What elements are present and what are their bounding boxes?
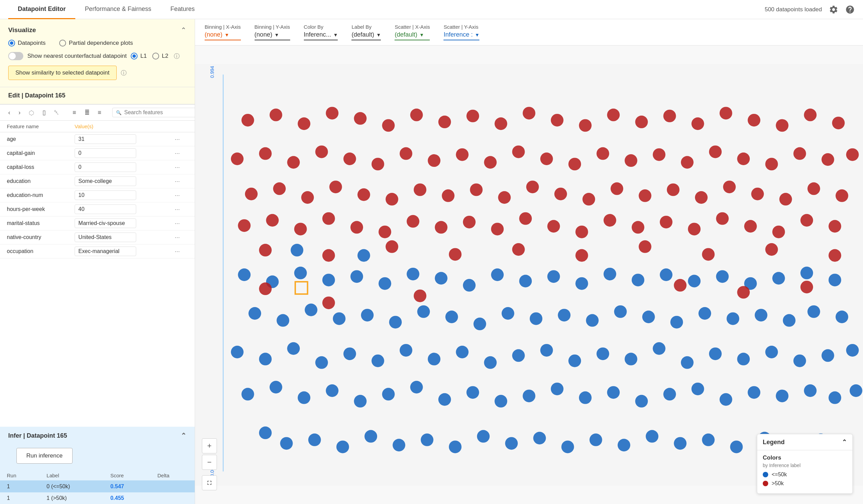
binning-x-dropdown[interactable]: (none) ▼: [205, 31, 241, 40]
feature-more-btn[interactable]: ···: [173, 164, 181, 171]
feature-more-btn[interactable]: ···: [173, 178, 181, 185]
svg-point-48: [259, 353, 272, 365]
svg-point-196: [660, 216, 672, 229]
align-left-button[interactable]: ≡: [70, 108, 79, 118]
svg-point-8: [421, 434, 434, 446]
svg-point-30: [410, 381, 423, 393]
svg-point-12: [533, 432, 546, 444]
feature-value-input[interactable]: [75, 233, 136, 242]
feature-value-input[interactable]: [75, 219, 136, 228]
control-scatter-y: Scatter | Y-Axis Inference : ▼: [443, 24, 479, 40]
table-row: education-num ···: [0, 189, 195, 203]
svg-point-87: [726, 312, 739, 325]
next-button[interactable]: ›: [16, 108, 23, 118]
binning-y-value: (none): [254, 31, 272, 38]
legend-header: Legend ⌃: [757, 434, 852, 450]
toggle-row: Show nearest counterfactual datapoint L1…: [8, 52, 187, 60]
feature-more-btn[interactable]: ···: [173, 206, 181, 213]
scatter-container[interactable]: 0.994 0.000502: [195, 46, 863, 504]
legend-collapse-icon[interactable]: ⌃: [842, 438, 847, 446]
fullscreen-button[interactable]: [202, 475, 217, 490]
scatter-y-dropdown[interactable]: Inference : ▼: [443, 31, 479, 40]
binning-x-arrow: ▼: [224, 32, 229, 38]
svg-point-151: [653, 148, 665, 161]
nav-tabs: Datapoint Editor Performance & Fairness …: [8, 0, 204, 19]
feature-value-input[interactable]: [75, 191, 136, 200]
feature-value-input[interactable]: [75, 148, 136, 158]
edit-header: Edit | Datapoint 165: [0, 87, 195, 104]
help-icon[interactable]: [845, 5, 855, 14]
similarity-info-icon[interactable]: ⓘ: [121, 69, 127, 77]
svg-point-162: [329, 181, 342, 193]
radio-l2[interactable]: L2: [152, 53, 168, 60]
tab-datapoint-editor[interactable]: Datapoint Editor: [8, 0, 75, 19]
feature-more-btn[interactable]: ···: [173, 220, 181, 227]
svg-point-194: [604, 214, 616, 227]
radio-l2-label: L2: [162, 53, 168, 60]
feature-value-input[interactable]: [75, 163, 136, 172]
radio-partial-dependence[interactable]: Partial dependence plots: [59, 40, 133, 47]
binning-y-dropdown[interactable]: (none) ▼: [254, 31, 290, 40]
svg-point-217: [322, 296, 335, 309]
feature-value-input[interactable]: [75, 205, 136, 214]
svg-point-62: [653, 342, 665, 355]
radio-datapoints[interactable]: Datapoints: [8, 40, 46, 47]
tab-features[interactable]: Features: [161, 0, 204, 19]
radio-l1[interactable]: L1: [131, 53, 147, 60]
color-by-arrow: ▼: [333, 32, 338, 38]
run-inference-button[interactable]: Run inference: [16, 448, 73, 464]
svg-point-137: [259, 147, 272, 160]
zoom-in-button[interactable]: +: [202, 438, 217, 453]
svg-point-176: [723, 181, 736, 193]
feature-more-cell: ···: [166, 146, 195, 160]
svg-point-105: [604, 268, 616, 280]
feature-more-btn[interactable]: ···: [173, 234, 181, 241]
prev-button[interactable]: ‹: [5, 108, 13, 118]
svg-point-89: [783, 314, 796, 327]
svg-point-147: [540, 153, 553, 165]
svg-point-210: [702, 248, 714, 260]
tab-performance-fairness[interactable]: Performance & Fairness: [75, 0, 161, 19]
feature-more-btn[interactable]: ···: [173, 248, 181, 255]
feature-value-cell: [68, 189, 166, 203]
search-input[interactable]: [124, 109, 193, 116]
label-by-dropdown[interactable]: (default) ▼: [351, 31, 381, 40]
svg-point-120: [410, 109, 423, 121]
svg-point-31: [438, 393, 451, 406]
similarity-button[interactable]: Show similarity to selected datapoint: [8, 66, 117, 80]
counterfactual-toggle[interactable]: [8, 52, 23, 60]
scatter-x-dropdown[interactable]: (default) ▼: [395, 31, 430, 40]
feature-value-input[interactable]: [75, 177, 136, 186]
feature-value-input[interactable]: [75, 247, 136, 256]
align-center-button[interactable]: ≣: [82, 107, 92, 118]
duplicate-button[interactable]: ▯: [40, 107, 49, 118]
feature-value-input[interactable]: [75, 134, 136, 144]
feature-more-btn[interactable]: ···: [173, 192, 181, 199]
feature-value-cell: [68, 245, 166, 258]
visualize-collapse-btn[interactable]: ⌃: [181, 26, 187, 34]
search-box: 🔍: [112, 108, 195, 117]
l1l2-info-icon[interactable]: ⓘ: [174, 52, 180, 60]
infer-label-header: Label: [40, 470, 103, 481]
feature-name-cell: age: [0, 132, 68, 146]
table-row: occupation ···: [0, 245, 195, 258]
feature-more-btn[interactable]: ···: [173, 150, 181, 157]
svg-point-97: [378, 277, 391, 290]
svg-point-141: [372, 158, 384, 170]
svg-point-104: [576, 277, 588, 290]
svg-point-70: [248, 307, 261, 320]
history-button[interactable]: ◌: [26, 107, 37, 118]
align-right-button[interactable]: ≡: [95, 108, 104, 118]
table-row: capital-loss ···: [0, 160, 195, 175]
feature-more-btn[interactable]: ···: [173, 136, 181, 143]
zoom-out-button[interactable]: −: [202, 455, 217, 470]
infer-collapse-btn[interactable]: ⌃: [181, 431, 187, 440]
color-by-dropdown[interactable]: Inferenc... ▼: [304, 31, 338, 40]
delete-button[interactable]: ␡: [51, 108, 62, 118]
svg-point-14: [590, 434, 602, 446]
settings-icon[interactable]: [829, 5, 838, 14]
svg-point-184: [322, 212, 335, 225]
svg-point-33: [495, 395, 507, 408]
edit-section: Edit | Datapoint 165: [0, 87, 195, 104]
svg-point-91: [836, 310, 848, 323]
